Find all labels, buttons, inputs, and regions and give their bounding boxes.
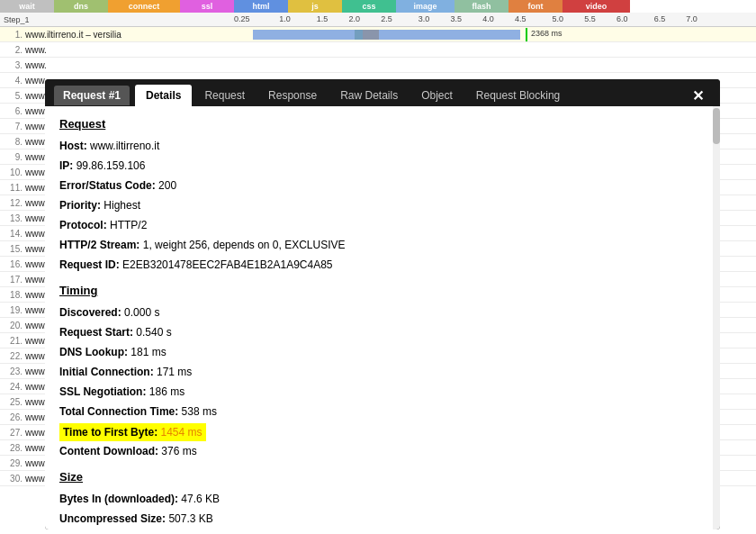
legend-flash: flash — [454, 0, 508, 13]
label-uncompressed-size: Uncompressed Size: — [59, 512, 166, 525]
row-number: 18. — [0, 290, 25, 300]
scale-tick: 1.5 — [317, 14, 328, 23]
row-number: 16. — [0, 259, 25, 269]
row-number: 19. — [0, 305, 25, 315]
label-status-code: Error/Status Code: — [59, 179, 156, 192]
row-number: 23. — [0, 367, 25, 376]
value-uncompressed-size: 507.3 KB — [168, 512, 212, 525]
row-number: 2. — [0, 45, 25, 55]
row-number: 7. — [0, 122, 25, 131]
section-size-heading: Size — [59, 470, 706, 484]
detail-bytes-in: Bytes In (downloaded): 47.6 KB — [59, 491, 706, 507]
tab-response[interactable]: Response — [257, 85, 328, 106]
table-row[interactable]: 1.www.iltirreno.it – versilia2368 ms — [0, 27, 756, 42]
row-number: 5. — [0, 91, 25, 101]
label-request-start: Request Start: — [59, 326, 133, 339]
row-timing-bars — [220, 42, 756, 57]
value-status-code: 200 — [158, 179, 176, 192]
tab-raw-details[interactable]: Raw Details — [329, 85, 409, 106]
value-http2-stream: 1, weight 256, depends on 0, EXCLUSIVE — [143, 239, 346, 251]
modal-scrollbar-thumb[interactable] — [713, 108, 720, 144]
detail-total-connection: Total Connection Time: 538 ms — [59, 403, 706, 420]
detail-ssl-negotiation: SSL Negotiation: 186 ms — [59, 384, 706, 400]
section-request-heading: Request — [59, 117, 706, 131]
modal-content-area: Request Host: www.iltirreno.it IP: 99.86… — [45, 106, 720, 529]
scale-row: Step_1 0.251.01.52.02.53.03.54.04.55.05.… — [0, 13, 756, 27]
main-bar — [253, 30, 521, 40]
row-url: www.iltirreno.it – versilia — [25, 30, 220, 40]
scale-tick: 6.5 — [654, 14, 666, 23]
scale-tick: 2.0 — [348, 14, 360, 23]
value-dns-lookup: 181 ms — [130, 346, 166, 358]
row-number: 25. — [0, 397, 25, 407]
scale-tick: 5.0 — [553, 14, 564, 23]
label-protocol: Protocol: — [59, 219, 107, 231]
detail-ttfb: Time to First Byte: 1454 ms — [59, 423, 206, 441]
label-total-connection: Total Connection Time: — [59, 405, 178, 418]
row-number: 26. — [0, 412, 25, 422]
value-ttfb: 1454 ms — [160, 426, 202, 439]
row-number: 21. — [0, 336, 25, 346]
modal-close-button[interactable]: ✕ — [685, 86, 711, 106]
table-row[interactable]: 2.www. — [0, 42, 756, 58]
value-protocol: HTTP/2 — [110, 219, 147, 231]
value-content-download: 376 ms — [161, 445, 196, 457]
row-number: 6. — [0, 106, 25, 116]
label-priority: Priority: — [59, 199, 101, 212]
detail-content-download: Content Download: 376 ms — [59, 443, 706, 459]
label-ip: IP: — [59, 159, 73, 172]
legend-wait: wait — [0, 0, 54, 13]
scale-tick: 6.0 — [616, 14, 628, 23]
scale-step-label: Step_1 — [0, 13, 220, 26]
scale-tick: 0.25 — [234, 14, 250, 23]
value-ssl-negotiation: 186 ms — [149, 385, 184, 398]
row-number: 8. — [0, 137, 25, 147]
value-host: www.iltirreno.it — [90, 140, 159, 152]
row-number: 9. — [0, 152, 25, 162]
section-timing-heading: Timing — [59, 284, 706, 297]
value-discovered: 0.000 s — [124, 306, 159, 319]
row-number: 12. — [0, 198, 25, 208]
legend-js: js — [288, 0, 342, 13]
table-row[interactable]: 3.www. — [0, 58, 756, 73]
label-content-download: Content Download: — [59, 445, 158, 457]
detail-host: Host: www.iltirreno.it — [59, 138, 706, 154]
value-request-id: E2EB3201478EEC2FAB4E1B2A1A9C4A85 — [122, 258, 333, 271]
row-number: 15. — [0, 244, 25, 254]
scale-tick: 7.0 — [686, 14, 698, 23]
timing-marker — [526, 28, 527, 41]
row-url: www. — [25, 45, 220, 55]
label-host: Host: — [59, 140, 87, 152]
row-number: 4. — [0, 76, 25, 86]
label-http2-stream: HTTP/2 Stream: — [59, 239, 140, 251]
tab-details[interactable]: Details — [135, 85, 192, 106]
request-detail-modal: Request #1 Details Request Response Raw … — [45, 79, 720, 529]
row-number: 30. — [0, 474, 25, 484]
row-number: 13. — [0, 213, 25, 223]
modal-scrollbar[interactable] — [713, 106, 720, 529]
row-number: 24. — [0, 382, 25, 392]
scale-tick: 5.5 — [584, 14, 596, 23]
detail-protocol: Protocol: HTTP/2 — [59, 217, 706, 233]
modal-tab-bar: Request #1 Details Request Response Raw … — [45, 79, 720, 106]
row-number: 10. — [0, 167, 25, 177]
detail-uncompressed-size: Uncompressed Size: 507.3 KB — [59, 511, 706, 527]
scale-tick: 3.5 — [451, 14, 463, 23]
detail-discovered: Discovered: 0.000 s — [59, 304, 706, 321]
label-discovered: Discovered: — [59, 306, 122, 319]
detail-ip: IP: 99.86.159.106 — [59, 158, 706, 174]
detail-initial-connection: Initial Connection: 171 ms — [59, 364, 706, 380]
tab-request-blocking[interactable]: Request Blocking — [465, 85, 571, 106]
tab-request[interactable]: Request — [194, 85, 256, 106]
tab-object[interactable]: Object — [410, 85, 464, 106]
detail-http2-stream: HTTP/2 Stream: 1, weight 256, depends on… — [59, 237, 706, 253]
row-number: 28. — [0, 443, 25, 453]
scale-tick: 1.0 — [279, 14, 291, 23]
row-timing-bars — [220, 58, 756, 72]
legend-ssl: ssl — [180, 0, 234, 13]
value-priority: Highest — [104, 199, 140, 212]
legend-bar: waitdnsconnectsslhtmljscssimageflashfont… — [0, 0, 756, 13]
legend-connect: connect — [108, 0, 180, 13]
detail-priority: Priority: Highest — [59, 197, 706, 213]
detail-dns-lookup: DNS Lookup: 181 ms — [59, 344, 706, 360]
